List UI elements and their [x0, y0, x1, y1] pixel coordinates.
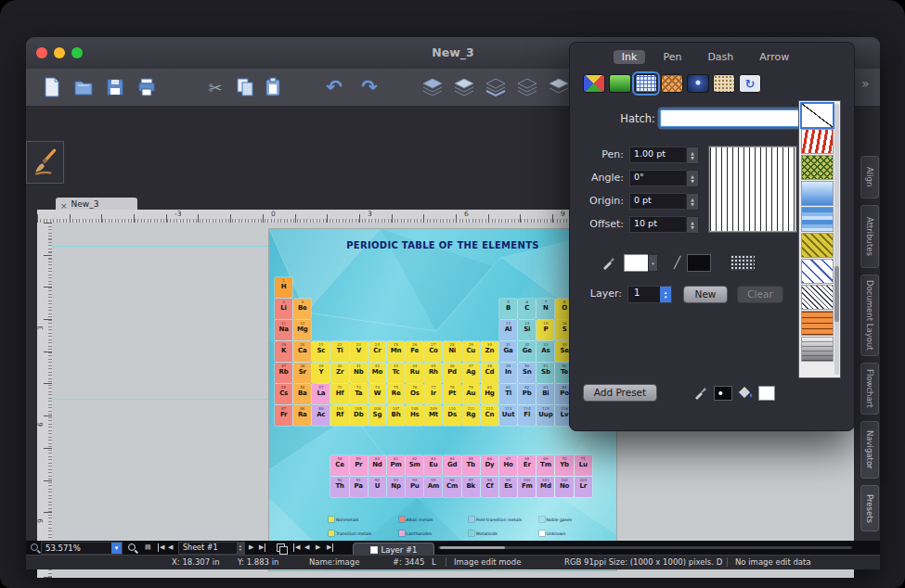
- paste-button[interactable]: [260, 73, 286, 101]
- new-layer-button[interactable]: New: [683, 286, 728, 303]
- next-layer-button[interactable]: [316, 543, 320, 552]
- layer-forward-button[interactable]: [451, 73, 477, 101]
- angle-input[interactable]: 0°: [629, 170, 687, 186]
- zoom-dropdown-icon[interactable]: [111, 543, 122, 554]
- side-tab-align[interactable]: Align: [860, 156, 879, 198]
- paintbrush-tool[interactable]: [26, 141, 64, 184]
- layer-to-front-button[interactable]: [420, 73, 446, 101]
- last-layer-button[interactable]: [327, 543, 333, 552]
- hatch-pen-swatch[interactable]: [624, 254, 650, 272]
- hatch-pen-dropdown[interactable]: [648, 254, 658, 272]
- hatch-fill-icon[interactable]: [635, 74, 657, 93]
- layer-tab[interactable]: Layer #1: [353, 543, 434, 556]
- undo-button[interactable]: [321, 73, 347, 101]
- origin-stepper[interactable]: [686, 193, 699, 211]
- first-layer-button[interactable]: [293, 543, 300, 552]
- hatch-swatch-blue-gradient[interactable]: [802, 182, 833, 205]
- cut-button[interactable]: [202, 73, 228, 101]
- layer-combo[interactable]: 1: [627, 286, 672, 303]
- inspector-tab-pen[interactable]: Pen: [654, 50, 690, 64]
- layer-to-back-button[interactable]: [514, 73, 540, 101]
- weave-pattern-icon[interactable]: [661, 74, 683, 93]
- hatch-swatch-red-strokes[interactable]: [802, 130, 833, 153]
- empty-cell: [312, 455, 330, 476]
- element-cell: 90Th: [330, 477, 348, 497]
- element-symbol: Gd: [447, 461, 457, 469]
- side-tab-presets[interactable]: Presets: [860, 485, 879, 531]
- hatch-label: Hatch:: [588, 112, 655, 125]
- horizontal-scrollbar[interactable]: [438, 546, 852, 549]
- document-tab[interactable]: New_3: [56, 198, 137, 210]
- inspector-tab-ink[interactable]: Ink: [614, 50, 646, 64]
- hatch-swatch-orange-lines[interactable]: [802, 312, 833, 335]
- hatch-swatch-olive-hatch[interactable]: [802, 234, 833, 257]
- periodic-f-grid: 58Ce59Pr60Nd61Pm62Sm63Eu64Gd65Tb66Dy67Ho…: [275, 455, 611, 497]
- hatch-swatch-blue-steps[interactable]: [802, 208, 833, 231]
- hatch-swatch-gray-gradient[interactable]: [802, 338, 833, 361]
- element-cell: 55Cs: [275, 384, 292, 404]
- fill-color-well[interactable]: [758, 386, 775, 401]
- dot-pattern-icon[interactable]: [713, 74, 735, 93]
- open-document-button[interactable]: [71, 73, 97, 101]
- page-icon[interactable]: [145, 543, 151, 552]
- inspector-tab-dash[interactable]: Dash: [699, 50, 742, 64]
- hatch-color-swatch[interactable]: [687, 254, 711, 272]
- side-tab-flowchart[interactable]: Flowchart: [860, 363, 879, 415]
- inspector-tab-arrow[interactable]: Arrow: [751, 50, 797, 64]
- hatch-input[interactable]: [660, 109, 799, 127]
- hatch-swatch-green-crosshatch[interactable]: [802, 156, 833, 179]
- first-sheet-button[interactable]: [158, 543, 164, 552]
- layers-icon[interactable]: [277, 543, 285, 552]
- pattern-options-button[interactable]: [730, 254, 756, 272]
- vertical-ruler[interactable]: 369: [37, 223, 53, 578]
- new-document-button[interactable]: [39, 73, 65, 101]
- layer-backward-button[interactable]: [483, 73, 509, 101]
- eyedropper-icon[interactable]: [693, 385, 708, 400]
- sheet-stepper[interactable]: [237, 543, 244, 554]
- hatch-swatch-list[interactable]: [798, 100, 841, 378]
- layer-options-button[interactable]: [546, 73, 572, 101]
- stroke-color-well[interactable]: [714, 386, 732, 401]
- last-sheet-button[interactable]: [259, 543, 265, 552]
- side-tab-document-layout[interactable]: Document Layout: [860, 275, 879, 356]
- magnifier-icon[interactable]: [128, 543, 136, 551]
- swatch-scrollbar[interactable]: [834, 104, 839, 375]
- offset-input[interactable]: 10 pt: [629, 216, 687, 233]
- toolbar-overflow-chevron[interactable]: »: [861, 76, 869, 91]
- redo-button[interactable]: [356, 73, 382, 101]
- element-cell: 92U: [368, 477, 386, 497]
- periodic-table-image[interactable]: PERIODIC TABLE OF THE ELEMENTS 1H2He3Li4…: [269, 229, 616, 570]
- globe-pattern-icon[interactable]: [687, 74, 709, 93]
- add-preset-button[interactable]: Add Preset: [583, 384, 657, 402]
- hatch-swatch-blue-diagonals[interactable]: [802, 260, 833, 283]
- angle-stepper[interactable]: [686, 170, 699, 187]
- next-sheet-button[interactable]: [249, 543, 253, 552]
- hatch-swatch-single-diagonal[interactable]: [802, 104, 833, 127]
- prev-layer-button[interactable]: [304, 543, 309, 552]
- save-document-button[interactable]: [102, 73, 128, 101]
- gradient-fill-icon[interactable]: [583, 74, 605, 93]
- zoom-combo[interactable]: 53.571%: [41, 542, 123, 555]
- layer-stepper[interactable]: [660, 287, 671, 302]
- element-symbol: Re: [392, 390, 401, 398]
- element-symbol: Tl: [505, 390, 511, 398]
- sheet-combo[interactable]: Sheet #1: [178, 542, 245, 555]
- cycle-colors-icon[interactable]: [739, 74, 761, 93]
- print-document-button[interactable]: [134, 73, 160, 101]
- scrollbar-thumb[interactable]: [440, 546, 505, 549]
- zoom-out-magnifier-icon[interactable]: [31, 543, 38, 551]
- origin-input[interactable]: 0 pt: [629, 193, 687, 210]
- pen-width-input[interactable]: 1.00 pt: [629, 147, 687, 163]
- prev-sheet-button[interactable]: [168, 543, 173, 552]
- copy-button[interactable]: [232, 73, 258, 101]
- paint-bucket-icon[interactable]: [736, 385, 755, 400]
- solid-green-fill-icon[interactable]: [609, 74, 631, 93]
- side-tab-attributes[interactable]: Attributes: [860, 205, 879, 268]
- layer-tab-label: Layer #1: [381, 545, 418, 555]
- clear-layer-button[interactable]: Clear: [737, 286, 783, 303]
- pen-width-stepper[interactable]: [686, 147, 699, 164]
- empty-cell: [443, 320, 460, 340]
- side-tab-navigator[interactable]: Navigator: [860, 421, 879, 479]
- element-cell: 94Pu: [406, 477, 423, 497]
- offset-stepper[interactable]: [686, 216, 699, 234]
